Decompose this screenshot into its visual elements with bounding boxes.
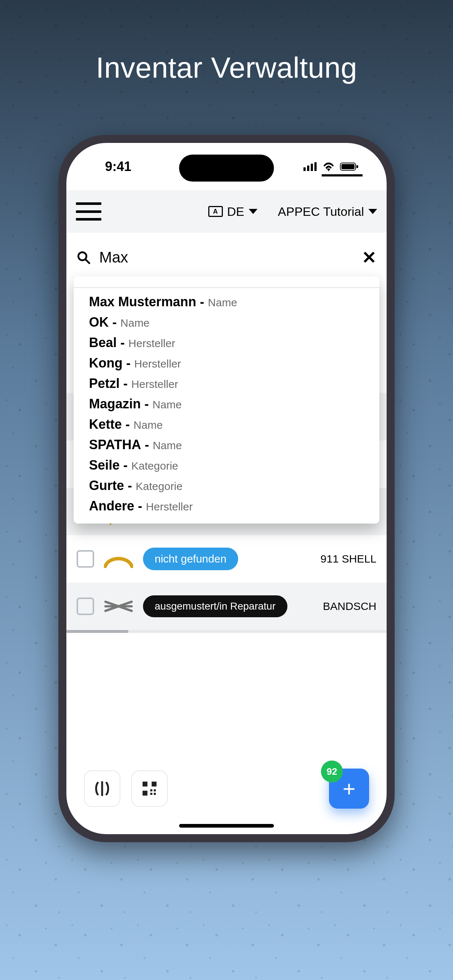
language-label: DE [227, 205, 244, 219]
qr-scan-button[interactable] [131, 770, 168, 807]
clear-search-button[interactable]: ✕ [362, 247, 376, 267]
row-name: BANDSCH [323, 600, 376, 612]
phone-notch [179, 154, 274, 181]
fab-badge: 92 [321, 760, 343, 783]
battery-icon [340, 162, 359, 171]
suggestion-term: Petzl [89, 376, 120, 391]
suggestion-kind: Name [208, 296, 237, 309]
suggestion-term: Beal [89, 335, 117, 350]
suggestion-kind: Name [134, 419, 163, 431]
tutorial-select[interactable]: APPEC Tutorial [278, 205, 377, 219]
suggestion-term: Seile [89, 458, 120, 473]
suggestion-term: Kette [89, 417, 122, 432]
suggestion-kind: Name [152, 398, 182, 410]
suggestion-kind: Hersteller [134, 358, 181, 370]
search-icon [77, 250, 91, 264]
suggestion-term: Kong [89, 355, 123, 371]
home-indicator [179, 824, 274, 827]
suggestion-item[interactable]: Kong - Hersteller [74, 353, 379, 373]
search-suggestions: Max Mustermann - NameOK - NameBeal - Her… [74, 276, 379, 523]
suggestion-item[interactable]: Andere - Hersteller [74, 496, 379, 516]
suggestion-term: SPATHA [89, 437, 141, 452]
plus-icon: + [343, 776, 355, 801]
language-icon: A [208, 206, 223, 217]
suggestion-item[interactable]: Petzl - Hersteller [74, 373, 379, 394]
phone-screen: 9:41 A DE APPEC Tutorial [66, 143, 387, 834]
suggestion-item[interactable]: OK - Name [74, 312, 379, 332]
suggestion-item[interactable]: Gurte - Kategorie [74, 476, 379, 496]
svg-rect-1 [341, 164, 354, 169]
suggestion-item[interactable]: Max Mustermann - Name [74, 292, 379, 312]
row-thumbnail [103, 543, 134, 574]
chevron-down-icon [249, 209, 257, 214]
svg-rect-13 [150, 793, 152, 795]
horizontal-scroll-indicator[interactable] [66, 630, 387, 633]
suggestion-term: OK [89, 315, 109, 329]
row-thumbnail [103, 590, 134, 622]
nfc-button[interactable] [84, 770, 120, 807]
suggestion-item[interactable]: Magazin - Name [74, 394, 379, 414]
suggestion-kind: Kategorie [131, 460, 178, 472]
signal-icon [303, 162, 317, 171]
bottom-toolbar: 92 + [66, 756, 387, 834]
app-header: A DE APPEC Tutorial [66, 190, 387, 232]
suggestion-term: Max Mustermann [89, 294, 196, 309]
suggestion-item[interactable]: Beal - Hersteller [74, 332, 379, 353]
svg-rect-14 [154, 793, 156, 795]
svg-rect-10 [143, 791, 147, 795]
menu-button[interactable] [76, 202, 101, 221]
suggestion-kind: Kategorie [136, 480, 182, 492]
chevron-down-icon [368, 209, 377, 214]
tutorial-label: APPEC Tutorial [278, 205, 364, 219]
row-checkbox[interactable] [77, 550, 94, 568]
suggestion-kind: Name [153, 439, 182, 451]
row-name: 911 SHELL [321, 553, 376, 565]
suggestion-kind: Hersteller [131, 378, 178, 390]
phone-frame: 9:41 A DE APPEC Tutorial [58, 135, 395, 842]
language-select[interactable]: A DE [208, 205, 257, 219]
status-badge: nicht gefunden [143, 547, 238, 570]
search-container: ✕ Max Mustermann - NameOK - NameBeal - H… [66, 232, 387, 276]
suggestion-term: Andere [89, 498, 134, 513]
suggestion-item[interactable]: SPATHA - Name [74, 434, 379, 455]
svg-rect-2 [356, 165, 358, 168]
svg-rect-12 [154, 789, 156, 792]
svg-rect-9 [152, 782, 156, 786]
suggestion-kind: Hersteller [146, 501, 193, 512]
svg-rect-8 [143, 782, 147, 786]
wifi-icon [322, 162, 335, 171]
page-title: Inventar Verwaltung [0, 0, 453, 84]
suggestion-term: Magazin [89, 396, 141, 411]
suggestion-item[interactable]: Seile - Kategorie [74, 455, 379, 476]
svg-line-4 [85, 259, 89, 263]
suggestion-kind: Name [120, 317, 150, 329]
inventory-row[interactable]: nicht gefunden911 SHELL [66, 535, 387, 582]
search-input[interactable] [99, 249, 353, 266]
inventory-row[interactable]: ausgemustert/in ReparaturBANDSCH [66, 582, 387, 630]
row-checkbox[interactable] [77, 598, 94, 615]
statusbar-icons [303, 162, 362, 171]
suggestion-term: Gurte [89, 478, 124, 493]
statusbar-time: 9:41 [91, 159, 131, 174]
status-badge: ausgemustert/in Reparatur [143, 595, 287, 617]
suggestion-item[interactable]: Kette - Name [74, 414, 379, 434]
suggestion-kind: Hersteller [128, 337, 175, 349]
svg-rect-11 [150, 789, 152, 792]
